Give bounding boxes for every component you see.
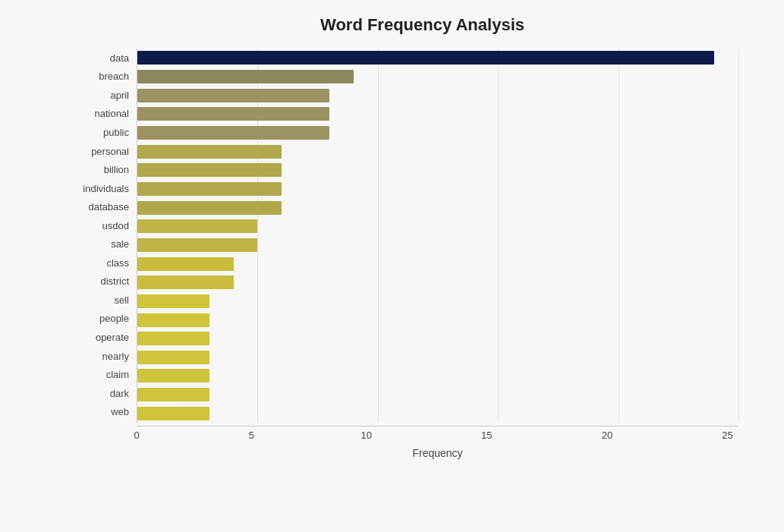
x-axis-inner: 0510152025 [137, 426, 738, 441]
bar [137, 351, 209, 364]
x-axis-title: Frequency [137, 447, 738, 459]
grid-line [738, 49, 739, 423]
bar [137, 294, 209, 308]
bar-row [137, 348, 738, 367]
y-axis-labels: databreachaprilnationalpublicpersonalbil… [76, 49, 137, 423]
bar-row [137, 142, 738, 161]
y-label: april [76, 90, 129, 100]
bar [137, 126, 329, 140]
bar-row [137, 86, 738, 105]
bar-row [137, 49, 738, 68]
y-label: sell [76, 295, 129, 305]
bar [137, 313, 209, 327]
bar-row [137, 404, 738, 423]
y-label: data [76, 53, 129, 63]
bar-row [137, 68, 738, 87]
x-tick-label: 0 [134, 430, 139, 441]
bar-row [137, 254, 738, 273]
bar-row [137, 367, 738, 386]
x-tick-label: 25 [722, 430, 732, 441]
bar [137, 182, 282, 196]
bar [137, 70, 354, 83]
bar [137, 219, 257, 233]
bar-row [137, 236, 738, 255]
y-label: claim [76, 370, 129, 379]
y-label: people [76, 313, 129, 323]
y-label: nearly [76, 351, 129, 361]
y-label: billion [76, 165, 129, 175]
bar-row [137, 105, 738, 124]
y-label: usdod [76, 221, 129, 231]
bar [137, 388, 209, 401]
chart-area: databreachaprilnationalpublicpersonalbil… [76, 49, 738, 459]
bar [137, 163, 282, 177]
bar [137, 369, 209, 382]
y-label: sale [76, 239, 129, 249]
bar [137, 257, 234, 271]
y-label: web [76, 407, 129, 417]
bar-row [137, 386, 738, 405]
bar [137, 332, 209, 345]
bar-row [137, 273, 738, 292]
x-tick-label: 20 [602, 430, 612, 441]
bar [137, 238, 257, 252]
y-label: database [76, 202, 129, 212]
bar [137, 275, 234, 289]
bar-row [137, 124, 738, 143]
bars-section: databreachaprilnationalpublicpersonalbil… [76, 49, 738, 423]
y-label: national [76, 109, 129, 118]
bar [137, 89, 329, 102]
y-label: dark [76, 389, 129, 398]
bar [137, 145, 282, 159]
y-label: breach [76, 71, 129, 81]
x-tick-label: 5 [249, 430, 254, 441]
x-tick-label: 15 [481, 430, 492, 441]
bar-row [137, 198, 738, 217]
y-label: individuals [76, 184, 129, 194]
bar-row [137, 161, 738, 180]
bar-row [137, 329, 738, 348]
bar [137, 107, 329, 121]
chart-title: Word Frequency Analysis [76, 15, 738, 35]
bar [137, 51, 714, 65]
x-axis: 0510152025 [137, 426, 738, 441]
y-label: public [76, 127, 129, 137]
x-tick-label: 10 [361, 430, 371, 441]
bar [137, 407, 209, 420]
bar-row [137, 180, 738, 199]
y-label: class [76, 258, 129, 268]
bar-row [137, 217, 738, 236]
y-label: personal [76, 146, 129, 156]
y-label: operate [76, 332, 129, 342]
chart-container: Word Frequency Analysis databreachapriln… [0, 0, 784, 532]
bar-row [137, 310, 738, 329]
bar-row [137, 292, 738, 311]
y-label: district [76, 276, 129, 286]
bars-and-grid [137, 49, 738, 423]
bar [137, 201, 282, 215]
